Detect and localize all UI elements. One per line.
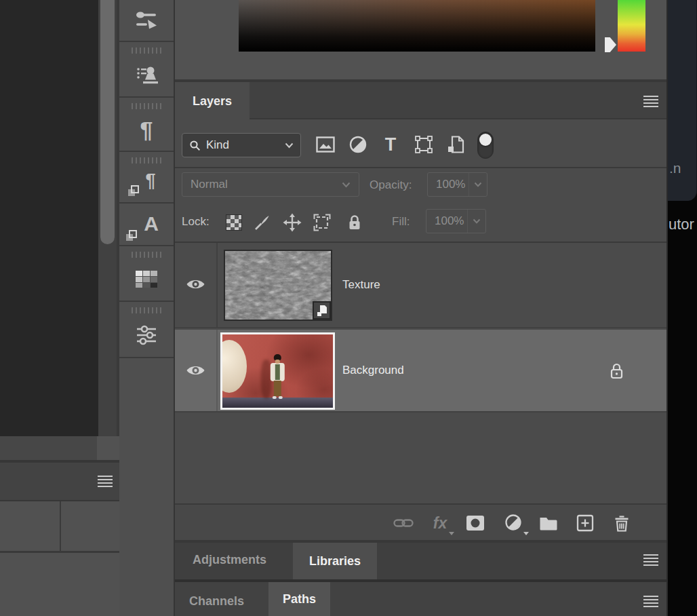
blend-mode-value: Normal [191,178,228,191]
panel-tab-strip-1: Adjustments Libraries [175,543,666,579]
chevron-down-icon [523,532,529,535]
collapsed-panel-dock: ¶ ¶ A [119,0,175,616]
dock-item-character-styles[interactable]: A [119,205,174,246]
new-group-folder-icon[interactable] [538,513,559,533]
dock-grip-handle[interactable] [132,47,161,54]
layer-name-texture: Texture [342,278,380,292]
new-adjustment-layer-icon[interactable] [503,513,523,533]
filter-shape-layers-icon[interactable] [414,134,434,155]
color-panel [175,0,666,79]
layers-panel-menu-icon[interactable] [643,96,658,107]
lock-all-icon[interactable] [344,212,365,233]
filter-smart-objects-icon[interactable] [445,134,466,155]
dock-item-paragraph[interactable]: ¶ [119,99,174,152]
filter-type-layers-icon[interactable]: T [380,134,401,155]
dock-grip-handle[interactable] [132,157,161,163]
dock-grip-handle[interactable] [132,307,161,313]
panel-menu-icon[interactable] [98,476,113,487]
divider [216,243,218,327]
dock-item-clone-source[interactable] [119,43,174,98]
lock-artboard-icon[interactable] [312,212,332,233]
paths-tab-label: Paths [283,592,316,607]
filter-kind-dropdown[interactable]: Kind [182,133,301,157]
tab-layers[interactable]: Layers [175,82,250,121]
tab-libraries[interactable]: Libraries [293,543,377,579]
toggle-ball [479,134,492,146]
panel-menu-icon[interactable] [643,596,658,607]
blend-mode-row: Normal Opacity: 100% [175,170,666,201]
paragraph-styles-icon: ¶ [119,163,174,202]
libraries-tab-label: Libraries [309,554,361,569]
background-text-fragment: .n [669,160,681,176]
hue-slider-arrow-icon[interactable] [605,37,616,52]
character-styles-icon: A [119,205,174,245]
add-layer-mask-icon[interactable] [465,513,485,533]
smart-object-badge-icon [313,301,331,320]
layer-row-background[interactable]: Background [175,330,666,412]
delete-layer-trash-icon[interactable] [612,513,632,533]
filter-toggle-switch[interactable] [477,132,494,159]
fill-input[interactable]: 100% [426,209,486,233]
dock-grip-handle[interactable] [132,103,161,109]
blend-mode-dropdown[interactable]: Normal [182,172,359,197]
lock-pixels-icon[interactable] [252,212,272,233]
panel-cell[interactable] [61,501,119,551]
layer-thumbnail-background[interactable] [220,332,335,410]
visibility-eye-icon[interactable] [186,277,206,292]
fill-value: 100% [426,214,464,228]
dock-grip-handle[interactable] [132,252,161,258]
fill-label: Fill: [392,215,410,229]
panel-cell[interactable] [0,553,119,616]
hue-slider[interactable] [618,0,645,52]
opacity-value: 100% [428,178,465,191]
link-layers-icon[interactable] [393,513,414,533]
filter-adjustment-layers-icon[interactable] [348,134,368,155]
lock-label: Lock: [182,215,210,229]
canvas-footer-strip [0,436,119,460]
lock-position-icon[interactable] [282,212,302,233]
photoshop-workspace: ¶ ¶ A [0,0,697,616]
layer-thumbnail-texture[interactable] [224,250,332,321]
canvas-scrollbar-thumb[interactable] [100,0,115,244]
panel-column: Layers Kind T [175,0,668,616]
dock-item-paragraph-styles[interactable]: ¶ [119,153,174,204]
lock-transparency-icon[interactable] [224,212,244,233]
visibility-eye-icon[interactable] [186,364,206,379]
tab-channels[interactable]: Channels [189,594,244,609]
dock-item-brush-settings[interactable] [119,0,174,42]
opacity-input[interactable]: 100% [427,172,487,197]
brush-settings-icon [119,0,174,41]
dock-item-swatches[interactable] [119,248,174,302]
search-icon [189,140,201,151]
tab-adjustments[interactable]: Adjustments [193,553,266,567]
tab-paths[interactable]: Paths [268,582,330,616]
layer-lock-icon[interactable] [609,362,624,380]
chevron-down-icon[interactable] [467,210,485,233]
panel-menu-icon[interactable] [643,554,658,566]
fx-glyph: fx [433,514,447,533]
divider [216,330,218,411]
photo-floor [222,398,333,408]
document-canvas-area[interactable] [0,0,98,436]
layers-tab-label: Layers [193,94,232,109]
properties-sliders-icon [119,313,174,357]
background-text-fragment: utor [669,216,694,233]
chevron-down-icon[interactable] [469,173,487,196]
filter-pixel-layers-icon[interactable] [315,134,336,155]
panel-cell[interactable] [0,501,60,551]
panel-tab-strip-2: Channels Paths [175,582,666,616]
layers-bottom-toolbar: fx [175,505,666,540]
canvas-scrollbar-track[interactable] [98,0,117,436]
background-window: .n utor [668,0,697,616]
color-saturation-field[interactable] [239,0,595,52]
layer-row-texture[interactable]: Texture [175,243,666,328]
dock-item-properties[interactable] [119,303,174,358]
chevron-down-icon [342,182,351,188]
new-layer-icon[interactable] [575,513,595,533]
bottom-left-panel-header [0,463,119,500]
swatches-grid-icon [119,258,174,301]
chevron-down-icon [449,532,454,535]
chevron-down-icon [285,142,294,149]
checkerboard-icon [226,214,242,231]
layer-effects-fx-icon[interactable]: fx [430,513,450,533]
